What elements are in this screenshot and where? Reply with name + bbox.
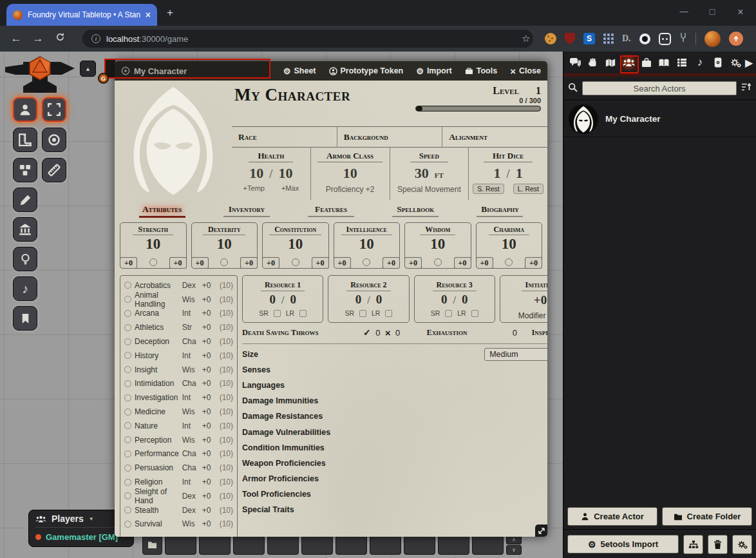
skill-proficiency-radio[interactable]: [124, 380, 131, 387]
ability-save[interactable]: +0: [312, 257, 329, 269]
macro-slot[interactable]: [233, 535, 265, 555]
token-tool-button[interactable]: [13, 97, 37, 122]
size-select[interactable]: Medium▼: [484, 348, 547, 361]
players-header[interactable]: Players ▼: [35, 514, 127, 528]
death-fail-icon[interactable]: ×: [385, 327, 391, 338]
skill-proficiency-radio[interactable]: [124, 282, 131, 289]
sheet-config-button[interactable]: ⚙Sheet: [283, 66, 316, 76]
address-bar[interactable]: i localhost:30000/game: [82, 30, 533, 48]
template-tool-button[interactable]: [42, 128, 66, 152]
cookie-extension-icon[interactable]: [545, 33, 556, 44]
macro-slot[interactable]: [438, 535, 469, 555]
ability-score[interactable]: 10: [477, 236, 542, 253]
ability-wisdom[interactable]: Wisdom10+0+0: [404, 222, 471, 269]
skill-row[interactable]: Sleight of HandDex+0(10): [124, 489, 233, 503]
resize-handle[interactable]: [535, 524, 547, 537]
macro-slot[interactable]: [267, 535, 299, 555]
save-proficiency-radio[interactable]: [292, 258, 299, 266]
create-actor-button[interactable]: Create Actor: [567, 507, 657, 526]
ability-save[interactable]: +0: [383, 257, 400, 269]
macro-folder-button[interactable]: [142, 535, 162, 555]
walls-tool-button[interactable]: [13, 217, 37, 242]
tiles-tool-button[interactable]: [13, 158, 37, 182]
profile-avatar[interactable]: [704, 31, 721, 47]
ability-score[interactable]: 10: [192, 236, 258, 253]
skill-proficiency-radio[interactable]: [124, 324, 131, 331]
trait-languages[interactable]: Languages✎: [242, 378, 547, 393]
save-proficiency-radio[interactable]: [505, 258, 513, 266]
measure-tool-button[interactable]: [42, 158, 66, 182]
actor-list-item[interactable]: My Character: [563, 101, 756, 137]
forward-button[interactable]: →: [27, 32, 49, 45]
background-field[interactable]: Background: [337, 127, 442, 147]
tab-spellbook[interactable]: Spellbook: [373, 202, 458, 218]
ability-score[interactable]: 10: [405, 236, 471, 253]
character-portrait[interactable]: [115, 81, 232, 200]
save-proficiency-radio[interactable]: [149, 258, 157, 266]
create-folder-button[interactable]: Create Folder: [662, 507, 752, 526]
alignment-field[interactable]: Alignment: [442, 127, 547, 147]
trait-damage-vulnerabilities[interactable]: Damage Vulnerabilities✎: [242, 424, 547, 439]
search-actors-input[interactable]: [582, 81, 737, 95]
ac-value[interactable]: 10: [343, 165, 357, 182]
trait-senses[interactable]: SensesNone: [242, 362, 547, 378]
ability-save[interactable]: +0: [525, 257, 542, 269]
skill-row[interactable]: IntimidationCha+0(10): [124, 377, 233, 391]
update-browser-button[interactable]: [729, 32, 743, 46]
trait-weapon-proficiencies[interactable]: Weapon Proficiencies✎: [242, 456, 547, 471]
skill-row[interactable]: NatureInt+0(10): [124, 419, 233, 433]
tab-close-icon[interactable]: ×: [146, 10, 151, 20]
grid-extension-icon[interactable]: [603, 34, 614, 44]
container-extension-icon[interactable]: [659, 33, 671, 45]
settings-button[interactable]: [732, 535, 752, 554]
lens-extension-icon[interactable]: [639, 34, 650, 44]
skill-proficiency-radio[interactable]: [124, 422, 131, 429]
skill-row[interactable]: DeceptionCha+0(10): [124, 334, 233, 349]
reload-button[interactable]: [49, 32, 71, 45]
hp-temp-label[interactable]: +Temp: [243, 184, 265, 192]
skill-proficiency-radio[interactable]: [124, 506, 131, 514]
delete-button[interactable]: [708, 535, 728, 554]
lighting-tool-button[interactable]: [13, 247, 37, 271]
ability-charisma[interactable]: Charisma10+0+0: [476, 222, 543, 269]
tab-actors[interactable]: [620, 54, 637, 71]
tab-attributes[interactable]: Attributes: [120, 202, 204, 218]
ability-strength[interactable]: Strength10+0+0: [120, 222, 187, 269]
short-rest-button[interactable]: S. Rest: [473, 184, 504, 194]
fork-extension-icon[interactable]: [679, 32, 687, 45]
notes-tool-button[interactable]: [13, 306, 37, 331]
new-tab-button[interactable]: +: [164, 6, 176, 19]
sort-icon[interactable]: [741, 82, 751, 94]
darkreader-extension-icon[interactable]: D.: [622, 34, 631, 44]
nav-collapse-button[interactable]: ▲: [80, 61, 96, 77]
save-proficiency-radio[interactable]: [363, 258, 370, 266]
ability-save[interactable]: +0: [169, 257, 187, 269]
browser-tab[interactable]: Foundry Virtual Tabletop • A Stan ×: [6, 4, 157, 26]
macro-page-down-icon[interactable]: ∨: [506, 545, 522, 555]
resource-2[interactable]: Resource 20/0SRLR: [328, 275, 409, 323]
hp-tempmax-label[interactable]: +Max: [281, 184, 299, 192]
back-button[interactable]: ←: [5, 32, 27, 45]
bookmark-star-icon[interactable]: ☆: [522, 33, 530, 44]
skill-proficiency-radio[interactable]: [124, 310, 131, 317]
tab-journal[interactable]: [656, 54, 672, 71]
skill-proficiency-radio[interactable]: [124, 394, 131, 401]
long-rest-checkbox[interactable]: [385, 310, 392, 317]
skill-row[interactable]: AthleticsStr+0(10): [124, 320, 233, 334]
save-proficiency-radio[interactable]: [220, 258, 228, 266]
skill-proficiency-radio[interactable]: [124, 492, 131, 499]
trait-damage-resistances[interactable]: Damage Resistances✎: [242, 409, 547, 424]
tab-playlists[interactable]: ♪: [692, 54, 708, 71]
tab-chat[interactable]: [567, 54, 583, 71]
skill-row[interactable]: InsightWis+0(10): [124, 363, 233, 377]
ability-intelligence[interactable]: Intelligence10+0+0: [334, 222, 401, 269]
speed-value[interactable]: 30: [415, 165, 429, 182]
death-success-icon[interactable]: ✓: [363, 327, 371, 338]
folder-tree-button[interactable]: [683, 535, 703, 554]
tab-combat[interactable]: [585, 54, 601, 71]
macro-slot[interactable]: [165, 535, 196, 555]
ability-score[interactable]: 10: [263, 236, 328, 253]
player-row-gamemaster[interactable]: Gamemaster [GM]: [35, 532, 127, 542]
long-rest-button[interactable]: L. Rest: [513, 184, 543, 194]
initiative-box[interactable]: Initiative+0Modifier+0: [500, 275, 547, 323]
